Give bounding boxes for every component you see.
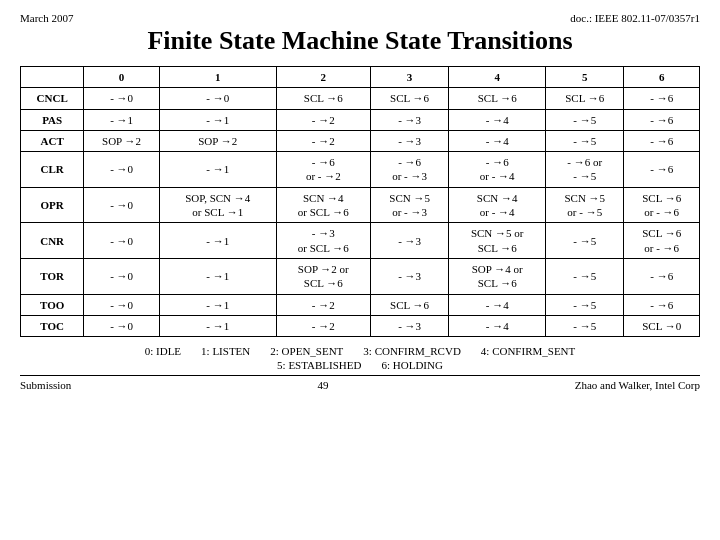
- attribution-label: Zhao and Walker, Intel Corp: [575, 379, 700, 391]
- table-cell: - →3: [371, 130, 449, 151]
- row-label: OPR: [21, 187, 84, 223]
- table-cell: - →6: [624, 130, 700, 151]
- table-cell: - →6: [624, 152, 700, 188]
- state-0-label: 0: IDLE: [145, 345, 181, 357]
- table-cell: - →5: [546, 315, 624, 336]
- footer-states-row2: 5: ESTABLISHED 6: HOLDING: [20, 359, 700, 371]
- table-cell: SCL →6: [371, 294, 449, 315]
- page-title: Finite State Machine State Transitions: [20, 26, 700, 56]
- table-cell: SCN →4or - →4: [449, 187, 546, 223]
- table-cell: - →0: [84, 187, 160, 223]
- table-row: PAS- →1- →1- →2- →3- →4- →5- →6: [21, 109, 700, 130]
- table-cell: - →0: [84, 223, 160, 259]
- table-cell: - →6or - →4: [449, 152, 546, 188]
- table-cell: - →6: [624, 88, 700, 109]
- table-cell: SCL →6: [276, 88, 370, 109]
- table-cell: SCN →5 orSCL →6: [449, 223, 546, 259]
- row-label: TOC: [21, 315, 84, 336]
- row-label: TOR: [21, 258, 84, 294]
- table-cell: - →6 or- →5: [546, 152, 624, 188]
- col-header-2: 2: [276, 67, 370, 88]
- header-right: doc.: IEEE 802.11-07/0357r1: [570, 12, 700, 24]
- table-cell: - →1: [159, 258, 276, 294]
- table-cell: - →1: [84, 109, 160, 130]
- footer: 0: IDLE 1: LISTEN 2: OPEN_SENT 3: CONFIR…: [20, 345, 700, 391]
- page-number: 49: [71, 379, 574, 391]
- table-cell: - →6or - →3: [371, 152, 449, 188]
- table-cell: - →0: [84, 315, 160, 336]
- header-left: March 2007: [20, 12, 73, 24]
- col-header-6: 6: [624, 67, 700, 88]
- table-cell: - →5: [546, 294, 624, 315]
- state-3-label: 3: CONFIRM_RCVD: [363, 345, 461, 357]
- submission-label: Submission: [20, 379, 71, 391]
- table-header-row: 0 1 2 3 4 5 6: [21, 67, 700, 88]
- table-cell: SCL →6or - →6: [624, 187, 700, 223]
- table-cell: - →4: [449, 315, 546, 336]
- table-cell: - →3: [371, 223, 449, 259]
- row-label: CNCL: [21, 88, 84, 109]
- table-cell: SOP →2 orSCL →6: [276, 258, 370, 294]
- table-cell: - →0: [84, 294, 160, 315]
- table-cell: - →3: [371, 315, 449, 336]
- table-cell: - →0: [84, 88, 160, 109]
- table-cell: - →5: [546, 258, 624, 294]
- row-label: TOO: [21, 294, 84, 315]
- table-cell: - →6: [624, 294, 700, 315]
- table-row: ACTSOP →2SOP →2- →2- →3- →4- →5- →6: [21, 130, 700, 151]
- table-cell: - →1: [159, 315, 276, 336]
- table-cell: - →5: [546, 223, 624, 259]
- table-cell: - →0: [84, 258, 160, 294]
- table-cell: SCL →6: [371, 88, 449, 109]
- state-4-label: 4: CONFIRM_SENT: [481, 345, 575, 357]
- row-label: ACT: [21, 130, 84, 151]
- col-header-1: 1: [159, 67, 276, 88]
- state-5-label: 5: ESTABLISHED: [277, 359, 361, 371]
- table-cell: SCL →6: [449, 88, 546, 109]
- state-transitions-table: 0 1 2 3 4 5 6 CNCL- →0- →0SCL →6SCL →6SC…: [20, 66, 700, 337]
- footer-bottom: Submission 49 Zhao and Walker, Intel Cor…: [20, 375, 700, 391]
- table-cell: SCN →4or SCL →6: [276, 187, 370, 223]
- table-cell: - →6: [624, 109, 700, 130]
- col-header-0: 0: [84, 67, 160, 88]
- row-label: CLR: [21, 152, 84, 188]
- table-cell: - →1: [159, 294, 276, 315]
- table-cell: SCL →6: [546, 88, 624, 109]
- table-cell: - →1: [159, 109, 276, 130]
- table-cell: - →1: [159, 223, 276, 259]
- table-cell: - →2: [276, 294, 370, 315]
- table-cell: - →2: [276, 315, 370, 336]
- table-cell: - →3: [371, 258, 449, 294]
- table-row: CNCL- →0- →0SCL →6SCL →6SCL →6SCL →6- →6: [21, 88, 700, 109]
- row-label: CNR: [21, 223, 84, 259]
- table-cell: - →6: [624, 258, 700, 294]
- col-header-label: [21, 67, 84, 88]
- table-cell: - →5: [546, 130, 624, 151]
- table-cell: - →4: [449, 109, 546, 130]
- table-row: CLR- →0- →1- →6or - →2- →6or - →3- →6or …: [21, 152, 700, 188]
- table-cell: - →0: [84, 152, 160, 188]
- row-label: PAS: [21, 109, 84, 130]
- header: March 2007 doc.: IEEE 802.11-07/0357r1: [20, 12, 700, 24]
- state-2-label: 2: OPEN_SENT: [270, 345, 343, 357]
- table-cell: SCN →5or - →5: [546, 187, 624, 223]
- col-header-3: 3: [371, 67, 449, 88]
- col-header-4: 4: [449, 67, 546, 88]
- table-cell: SCL →0: [624, 315, 700, 336]
- table-cell: - →4: [449, 294, 546, 315]
- table-cell: - →0: [159, 88, 276, 109]
- col-header-5: 5: [546, 67, 624, 88]
- table-row: TOO- →0- →1- →2SCL →6- →4- →5- →6: [21, 294, 700, 315]
- table-cell: SOP →2: [84, 130, 160, 151]
- table-cell: SOP, SCN →4or SCL →1: [159, 187, 276, 223]
- table-cell: - →6or - →2: [276, 152, 370, 188]
- table-cell: SOP →4 orSCL →6: [449, 258, 546, 294]
- table-row: TOC- →0- →1- →2- →3- →4- →5SCL →0: [21, 315, 700, 336]
- table-cell: SOP →2: [159, 130, 276, 151]
- table-row: CNR- →0- →1- →3or SCL →6- →3SCN →5 orSCL…: [21, 223, 700, 259]
- state-6-label: 6: HOLDING: [381, 359, 442, 371]
- table-cell: SCL →6or - →6: [624, 223, 700, 259]
- table-cell: - →5: [546, 109, 624, 130]
- table-cell: - →3or SCL →6: [276, 223, 370, 259]
- page: March 2007 doc.: IEEE 802.11-07/0357r1 F…: [0, 0, 720, 540]
